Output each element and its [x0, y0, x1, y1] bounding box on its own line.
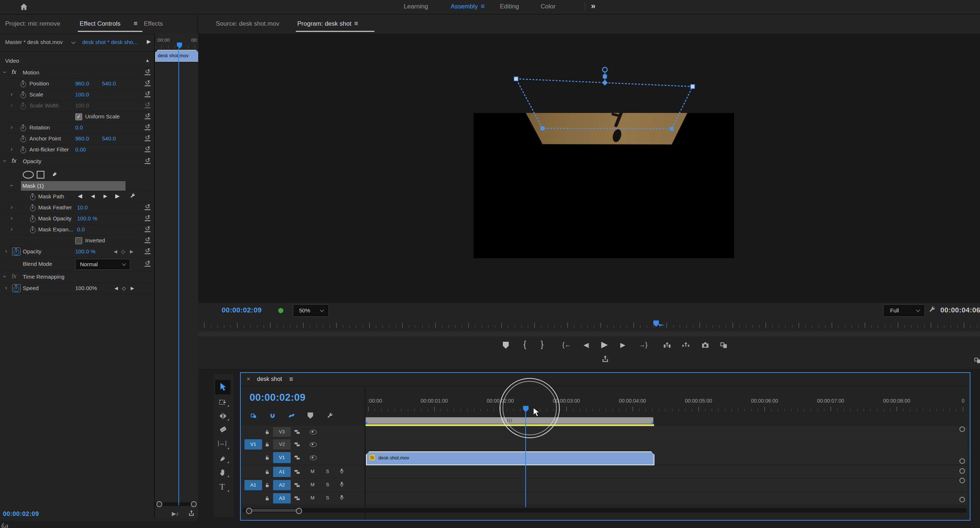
track-target-v3[interactable]: V3 — [273, 427, 291, 437]
play-button[interactable]: ▶ — [601, 339, 608, 349]
stopwatch-icon[interactable] — [21, 93, 26, 98]
stopwatch-icon[interactable] — [30, 228, 36, 233]
mask-play-fwd-icon[interactable]: ▶ — [103, 193, 107, 199]
ec-opacity-header-row[interactable]: › fx Opacity ↺ — [0, 156, 153, 168]
twirl-closed-icon[interactable]: › — [11, 226, 13, 232]
stopwatch-icon[interactable] — [30, 217, 36, 222]
workspace-overflow-icon[interactable]: » — [591, 2, 595, 11]
work-area-start-nub[interactable] — [366, 422, 368, 424]
panel-corner-icon[interactable] — [974, 357, 980, 365]
anti-flicker-value[interactable]: 0.00 — [75, 146, 86, 152]
sync-lock-icon[interactable] — [294, 481, 301, 488]
ellipse-mask-icon[interactable] — [23, 171, 34, 179]
twirl-closed-icon[interactable]: › — [5, 248, 7, 254]
razor-tool-icon[interactable] — [219, 425, 228, 434]
stopwatch-icon[interactable] — [30, 195, 36, 200]
sync-lock-icon[interactable] — [294, 441, 301, 448]
solo-track-button[interactable]: S — [326, 495, 329, 501]
extract-icon[interactable] — [682, 341, 690, 349]
mute-track-button[interactable]: M — [310, 482, 315, 487]
monitor-settings-wrench-icon[interactable] — [928, 305, 936, 314]
lock-icon[interactable] — [264, 441, 270, 447]
reset-mask-opacity-icon[interactable]: ↺ — [145, 215, 151, 221]
source-patch-a1[interactable]: A1 — [245, 480, 262, 490]
monitor-scrub-ruler[interactable] — [204, 318, 978, 330]
mask-expansion-value[interactable]: 0.0 — [77, 226, 85, 233]
opacity-value[interactable]: 100.0 % — [75, 248, 95, 254]
rect-mask-icon[interactable] — [37, 171, 45, 179]
clip-desk-shot[interactable]: fx desk shot.mov — [366, 451, 654, 465]
sync-lock-icon[interactable] — [294, 495, 301, 502]
hand-tool-icon[interactable] — [219, 468, 228, 477]
next-keyframe-icon[interactable]: ▶ — [130, 285, 134, 291]
reset-scale-icon[interactable]: ↺ — [145, 91, 151, 97]
mute-track-button[interactable]: M — [310, 495, 315, 501]
mask-play-back-icon[interactable]: ◀ — [91, 193, 95, 199]
reset-mask-expansion-icon[interactable]: ↺ — [145, 226, 151, 232]
track-lane-a3[interactable] — [366, 492, 967, 504]
toggle-track-output-icon[interactable] — [310, 455, 317, 460]
go-to-in-icon[interactable]: {← — [562, 341, 571, 349]
slip-tool-icon[interactable]: |↔| — [218, 440, 226, 447]
lift-icon[interactable] — [663, 341, 671, 349]
twirl-open-icon[interactable]: › — [2, 275, 8, 277]
zoom-level-select[interactable]: 50% — [293, 304, 329, 317]
reset-position-icon[interactable]: ↺ — [145, 80, 151, 86]
anchor-x-value[interactable]: 960.0 — [75, 135, 89, 141]
lane-ruler-ticks[interactable] — [155, 46, 198, 48]
lock-icon[interactable] — [264, 455, 270, 461]
ec-motion-header-row[interactable]: › fx Motion ↺ — [0, 67, 153, 78]
twirl-closed-icon[interactable]: › — [11, 102, 13, 108]
reset-antiflicker-icon[interactable]: ↺ — [145, 146, 151, 152]
tab-source-monitor[interactable]: Source: desk shot.mov — [216, 20, 279, 27]
solo-track-button[interactable]: S — [326, 469, 329, 474]
position-x-value[interactable]: 960.0 — [75, 80, 89, 87]
reset-opacity-param-icon[interactable]: ↺ — [145, 248, 151, 254]
timeline-ruler[interactable]: :00:00 00:00:01:00 00:00:02:00 00:00:03:… — [366, 395, 968, 412]
prev-keyframe-icon[interactable]: ◀ — [114, 249, 117, 254]
ripple-edit-tool-icon[interactable] — [218, 411, 228, 420]
collapse-section-icon[interactable]: ▴ — [146, 57, 149, 63]
export-frame-icon[interactable] — [701, 341, 710, 349]
ec-playhead-line[interactable] — [178, 48, 179, 505]
twirl-open-icon[interactable]: › — [9, 184, 15, 186]
toggle-track-output-icon[interactable] — [310, 430, 317, 434]
ec-playhead-timecode[interactable]: 00:00:02:09 — [3, 511, 39, 518]
track-scroll-handle[interactable] — [959, 478, 965, 483]
track-target-a3[interactable]: A3 — [273, 493, 291, 503]
zoom-handle-left[interactable] — [246, 508, 252, 514]
anchor-y-value[interactable]: 540.0 — [102, 135, 116, 141]
cc-sync-status-icon[interactable] — [1, 522, 9, 528]
reset-motion-icon[interactable]: ↺ — [145, 69, 151, 75]
lock-icon[interactable] — [264, 429, 270, 435]
track-lane-v3[interactable] — [366, 426, 967, 438]
mask-feather-value[interactable]: 10.0 — [77, 204, 88, 211]
uniform-scale-checkbox[interactable]: ✓ — [75, 113, 82, 120]
zoom-handle-right[interactable] — [191, 501, 197, 507]
position-y-value[interactable]: 540.0 — [102, 80, 116, 87]
stopwatch-icon[interactable] — [30, 206, 36, 211]
playback-resolution-select[interactable]: Full — [883, 304, 925, 317]
home-icon[interactable] — [19, 2, 29, 12]
tab-program-monitor[interactable]: Program: desk shot — [297, 20, 351, 27]
pen-tool-icon[interactable] — [219, 454, 228, 463]
reset-uniform-icon[interactable]: ↺ — [145, 113, 151, 119]
effect-controls-menu-icon[interactable]: ≡ — [134, 20, 138, 27]
tab-effects[interactable]: Effects — [144, 20, 163, 27]
time-remapping-label[interactable]: Time Remapping — [23, 274, 65, 280]
mask-opacity-value[interactable]: 100.0 % — [77, 215, 97, 222]
program-menu-icon[interactable]: ≡ — [354, 20, 358, 27]
sync-lock-icon[interactable] — [294, 428, 301, 435]
voiceover-record-mic-icon[interactable] — [339, 468, 345, 474]
ec-time-remapping-row[interactable]: › fx Time Remapping — [0, 271, 153, 283]
reset-scale-width-icon[interactable]: ↺ — [145, 102, 151, 108]
lock-icon[interactable] — [264, 495, 270, 501]
add-keyframe-icon[interactable]: ◇ — [122, 285, 126, 291]
timeline-zoom-scrollbar[interactable] — [242, 508, 967, 512]
motion-effect-label[interactable]: Motion — [23, 69, 39, 76]
speed-value[interactable]: 100.00% — [75, 285, 97, 291]
track-target-v1[interactable]: V1 — [273, 452, 291, 463]
voiceover-record-mic-icon[interactable] — [339, 481, 345, 488]
rotation-value[interactable]: 0.0 — [75, 124, 83, 130]
source-patch-v1[interactable]: V1 — [245, 439, 262, 450]
